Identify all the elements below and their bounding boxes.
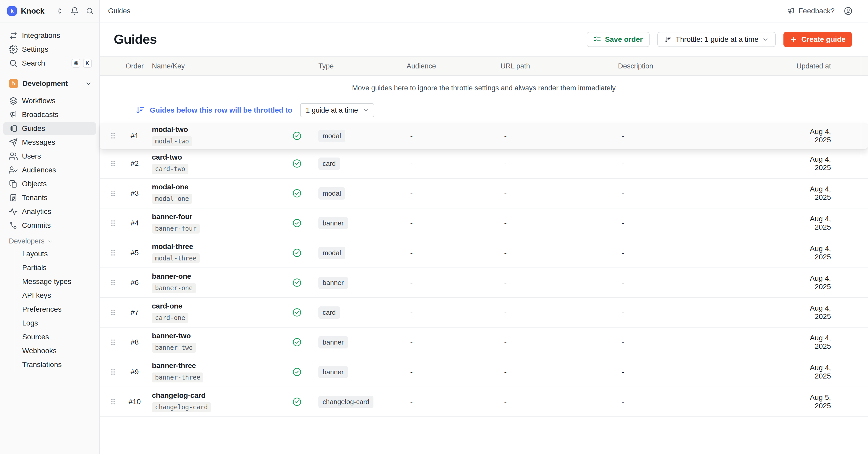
workspace-switcher[interactable]: k Knock (0, 0, 100, 23)
drag-handle[interactable] (108, 219, 124, 227)
sidebar-item-partials[interactable]: Partials (21, 261, 99, 275)
developers-sub-list: Layouts Partials Message types API keys … (14, 247, 99, 371)
guide-audience: - (407, 249, 500, 257)
sidebar-item-analytics[interactable]: Analytics (3, 205, 96, 218)
table-row[interactable]: #4 banner-four banner-four banner - - - … (100, 208, 868, 238)
sidebar-item-settings[interactable]: Settings (3, 43, 96, 56)
drag-handle[interactable] (108, 279, 124, 287)
create-guide-button[interactable]: Create guide (783, 32, 852, 47)
guide-name[interactable]: modal-three (152, 243, 286, 251)
sidebar-item-label: Workflows (22, 97, 56, 105)
drag-handle[interactable] (108, 338, 124, 346)
sidebar-item-label: Objects (22, 180, 47, 188)
guide-name[interactable]: card-one (152, 302, 286, 310)
table-row[interactable]: #10 changelog-card changelog-card change… (100, 387, 868, 417)
save-order-button[interactable]: Save order (587, 32, 650, 47)
sidebar-item-preferences[interactable]: Preferences (21, 302, 99, 316)
pages-icon (9, 179, 18, 188)
unthrottled-drop-zone[interactable]: Move guides here to ignore the throttle … (100, 76, 868, 100)
guide-name[interactable]: modal-two (152, 125, 286, 134)
sidebar-item-translations[interactable]: Translations (21, 358, 99, 371)
drag-handle[interactable] (108, 368, 124, 376)
sidebar-item-guides[interactable]: Guides (3, 122, 96, 135)
sidebar-item-layouts[interactable]: Layouts (21, 247, 99, 261)
status-active-icon (286, 188, 307, 199)
column-header-url-path: URL path (500, 62, 618, 70)
sidebar-item-messages[interactable]: Messages (3, 136, 96, 149)
drag-handle[interactable] (108, 132, 124, 140)
sidebar-item-logs[interactable]: Logs (21, 316, 99, 330)
guide-name[interactable]: card-two (152, 153, 286, 162)
search-icon[interactable] (86, 7, 94, 15)
sidebar-item-api-keys[interactable]: API keys (21, 288, 99, 302)
drag-handle[interactable] (108, 249, 124, 257)
sidebar-item-label: Commits (22, 221, 51, 230)
chevrons-up-down-icon[interactable] (56, 7, 64, 15)
guide-audience: - (407, 398, 500, 406)
environment-avatar (9, 79, 18, 88)
checklist-icon (593, 35, 601, 44)
status-active-icon (286, 367, 307, 377)
guide-name[interactable]: changelog-card (152, 391, 286, 400)
guide-name[interactable]: banner-four (152, 212, 286, 221)
guide-description: - (618, 249, 796, 257)
feedback-button[interactable]: Feedback? (787, 7, 835, 15)
drag-handle[interactable] (108, 189, 124, 197)
guide-url-path: - (500, 308, 618, 317)
sidebar-item-sources[interactable]: Sources (21, 330, 99, 344)
table-row[interactable]: #7 card-one card-one card - - - Aug 4, 2… (100, 298, 868, 328)
guide-url-path: - (500, 249, 618, 257)
sort-desc-icon (136, 106, 145, 115)
guide-audience: - (407, 219, 500, 227)
row-order: #1 (124, 132, 146, 140)
feedback-label: Feedback? (798, 7, 835, 15)
table-row[interactable]: #2 card-two card-two card - - - Aug 4, 2… (100, 149, 868, 179)
table-row[interactable]: #1 modal-two modal-two modal - - - Aug 4… (100, 123, 868, 149)
table-row[interactable]: #9 banner-three banner-three banner - - … (100, 357, 868, 387)
workspace-name: Knock (21, 6, 44, 16)
environment-switcher[interactable]: Development (3, 77, 96, 90)
throttle-dropdown[interactable]: Throttle: 1 guide at a time (657, 32, 776, 47)
guide-name[interactable]: banner-three (152, 362, 286, 370)
sidebar-item-integrations[interactable]: Integrations (3, 29, 96, 42)
sidebar-item-message-types[interactable]: Message types (21, 275, 99, 288)
guide-url-path: - (500, 189, 618, 197)
drag-handle[interactable] (108, 309, 124, 316)
guide-updated-at: Aug 4, 2025 (796, 215, 868, 231)
guide-name[interactable]: banner-two (152, 332, 286, 340)
throttle-value-dropdown[interactable]: 1 guide at a time (300, 103, 374, 117)
account-avatar[interactable] (843, 6, 853, 16)
sidebar-item-objects[interactable]: Objects (3, 177, 96, 191)
bell-icon[interactable] (70, 7, 79, 15)
table-row[interactable]: #5 modal-three modal-three modal - - - A… (100, 238, 868, 268)
table-row[interactable]: #6 banner-one banner-one banner - - - Au… (100, 268, 868, 298)
row-order: #9 (124, 368, 146, 376)
column-header-type: Type (307, 62, 407, 70)
drag-handle[interactable] (108, 160, 124, 167)
column-header-audience: Audience (407, 62, 500, 70)
sidebar-item-users[interactable]: Users (3, 150, 96, 163)
table-row[interactable]: #8 banner-two banner-two banner - - - Au… (100, 328, 868, 357)
guide-name[interactable]: modal-one (152, 183, 286, 191)
guide-name[interactable]: banner-one (152, 272, 286, 281)
knock-logo: k (7, 6, 17, 16)
users-icon (9, 152, 18, 161)
guide-audience: - (407, 189, 500, 197)
status-active-icon (286, 337, 307, 347)
sidebar-item-tenants[interactable]: Tenants (3, 191, 96, 204)
guide-type-badge: banner (318, 217, 348, 229)
sidebar-item-webhooks[interactable]: Webhooks (21, 344, 99, 358)
table-row[interactable]: #3 modal-one modal-one modal - - - Aug 4… (100, 179, 868, 208)
sidebar-item-search[interactable]: Search ⌘ K (3, 57, 96, 70)
sidebar-item-audiences[interactable]: Audiences (3, 164, 96, 177)
k-key-badge: K (83, 59, 92, 68)
megaphone-icon (787, 7, 795, 15)
guide-updated-at: Aug 4, 2025 (796, 364, 868, 380)
drag-handle[interactable] (108, 398, 124, 406)
table-header-row: Order Name/Key Type Audience URL path De… (100, 56, 868, 76)
sidebar-item-commits[interactable]: Commits (3, 219, 96, 232)
sidebar-item-broadcasts[interactable]: Broadcasts (3, 108, 96, 121)
guides-panel-icon (9, 124, 18, 133)
developers-section-header[interactable]: Developers (0, 237, 99, 245)
sidebar-item-workflows[interactable]: Workflows (3, 94, 96, 107)
